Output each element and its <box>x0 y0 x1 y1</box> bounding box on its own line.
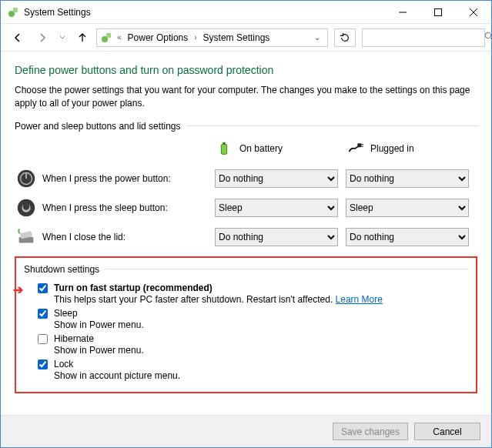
lid-close-row: When I close the lid: Do nothing Do noth… <box>15 222 477 252</box>
refresh-button[interactable] <box>334 28 356 47</box>
page-description: Choose the power settings that you want … <box>15 84 477 110</box>
up-button[interactable] <box>72 27 93 48</box>
sleep-checkbox[interactable] <box>38 309 48 319</box>
power-button-label: When I press the power button: <box>38 173 215 184</box>
svg-rect-3 <box>435 8 442 15</box>
fast-startup-checkbox[interactable] <box>38 283 48 293</box>
lid-close-label: When I close the lid: <box>38 232 215 242</box>
lock-checkbox[interactable] <box>38 359 48 369</box>
breadcrumb-chevron-icon[interactable]: › <box>192 33 198 42</box>
close-button[interactable] <box>456 1 491 23</box>
fast-startup-row: Turn on fast startup (recommended) This … <box>38 283 468 305</box>
breadcrumb-system-settings[interactable]: System Settings <box>202 32 272 43</box>
back-button[interactable] <box>7 27 28 48</box>
on-battery-label: On battery <box>239 143 283 154</box>
laptop-lid-icon <box>15 226 38 249</box>
page-heading: Define power buttons and turn on passwor… <box>15 64 477 76</box>
search-icon[interactable] <box>484 32 492 44</box>
fast-startup-description: This helps start your PC faster after sh… <box>54 294 383 305</box>
sleep-button-label: When I press the sleep button: <box>38 202 215 213</box>
sleep-button-row: When I press the sleep button: Sleep Sle… <box>15 193 477 222</box>
save-changes-button[interactable]: Save changes <box>333 423 408 440</box>
hibernate-option-row: Hibernate Show in Power menu. <box>38 333 468 356</box>
sleep-option-description: Show in Power menu. <box>54 319 144 330</box>
on-battery-header: On battery <box>215 139 346 158</box>
hibernate-option-label: Hibernate <box>54 333 144 344</box>
breadcrumb-dropdown-icon[interactable]: ⌄ <box>310 33 324 42</box>
system-settings-window: System Settings « Power Options › System… <box>0 0 492 448</box>
svg-rect-1 <box>13 8 18 12</box>
plugged-in-header: Plugged in <box>346 139 477 158</box>
content-area: Define power buttons and turn on passwor… <box>1 52 491 415</box>
power-button-plugged-select[interactable]: Do nothing <box>346 169 469 188</box>
search-input[interactable] <box>366 32 484 44</box>
svg-rect-7 <box>106 33 111 38</box>
address-bar[interactable]: « Power Options › System Settings ⌄ <box>96 28 328 47</box>
navbar: « Power Options › System Settings ⌄ <box>1 24 491 52</box>
power-buttons-group-label: Power and sleep buttons and lid settings <box>15 121 477 132</box>
forward-button[interactable] <box>32 27 53 48</box>
lock-option-description: Show in account picture menu. <box>54 370 180 381</box>
svg-rect-12 <box>357 143 361 147</box>
plug-icon <box>346 139 364 158</box>
sleep-option-row: Sleep Show in Power menu. <box>38 308 468 330</box>
cancel-button[interactable]: Cancel <box>414 423 480 440</box>
svg-point-18 <box>18 199 35 216</box>
annotation-highlight-box: ➔ Shutdown settings Turn on fast startup… <box>15 256 477 393</box>
breadcrumb-chevron-icon[interactable]: « <box>115 33 123 42</box>
hibernate-checkbox[interactable] <box>38 334 48 344</box>
battery-icon <box>215 139 233 158</box>
svg-rect-11 <box>223 142 226 144</box>
recent-locations-button[interactable] <box>56 27 69 48</box>
column-headers: On battery Plugged in <box>15 139 477 158</box>
annotation-arrow-icon: ➔ <box>13 283 23 297</box>
titlebar: System Settings <box>1 1 491 24</box>
lid-battery-select[interactable]: Do nothing <box>215 228 338 246</box>
fast-startup-label: Turn on fast startup (recommended) <box>54 283 383 293</box>
power-button-battery-select[interactable]: Do nothing <box>215 169 338 188</box>
maximize-button[interactable] <box>420 1 456 23</box>
hibernate-option-description: Show in Power menu. <box>54 345 144 356</box>
app-icon <box>7 6 19 18</box>
power-button-row: When I press the power button: Do nothin… <box>15 164 477 193</box>
search-box[interactable] <box>362 28 485 47</box>
minimize-button[interactable] <box>385 1 420 23</box>
lock-option-row: Lock Show in account picture menu. <box>38 359 468 381</box>
window-controls <box>385 1 491 23</box>
sleep-option-label: Sleep <box>54 308 144 319</box>
sleep-button-icon <box>15 196 38 219</box>
breadcrumb-power-options[interactable]: Power Options <box>126 32 190 43</box>
power-button-icon <box>15 167 38 190</box>
plugged-in-label: Plugged in <box>370 143 414 154</box>
control-panel-icon <box>100 32 112 44</box>
sleep-button-battery-select[interactable]: Sleep <box>215 199 338 217</box>
shutdown-settings-group-label: Shutdown settings <box>24 264 468 275</box>
window-title: System Settings <box>24 7 385 18</box>
sleep-button-plugged-select[interactable]: Sleep <box>346 199 469 217</box>
lid-plugged-select[interactable]: Do nothing <box>346 228 469 246</box>
svg-rect-10 <box>221 144 226 154</box>
footer: Save changes Cancel <box>1 415 491 447</box>
learn-more-link[interactable]: Learn More <box>336 294 383 305</box>
lock-option-label: Lock <box>54 359 180 369</box>
svg-point-8 <box>485 32 490 38</box>
